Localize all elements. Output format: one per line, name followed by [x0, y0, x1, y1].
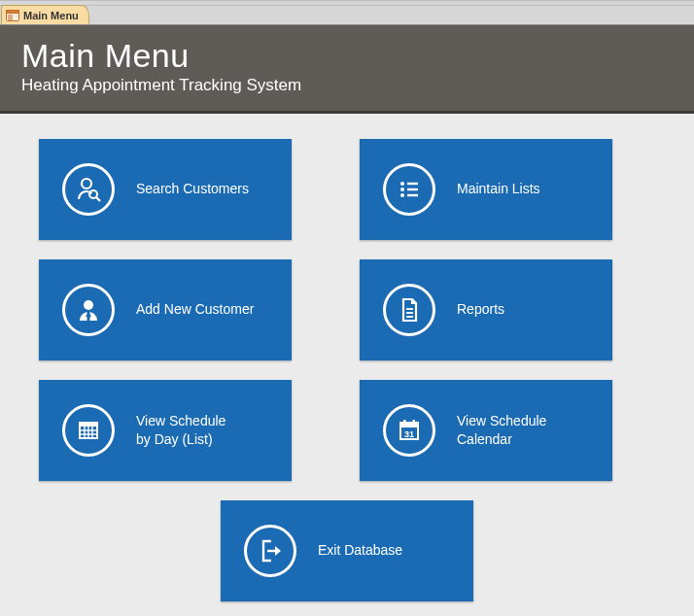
svg-rect-1 — [7, 10, 19, 13]
svg-rect-21 — [80, 423, 97, 427]
svg-rect-28 — [400, 423, 418, 428]
svg-point-9 — [400, 188, 404, 191]
content: Search Customers Maintain Lists — [0, 114, 694, 616]
search-person-icon — [62, 163, 115, 216]
tile-reports[interactable]: Reports — [360, 259, 612, 360]
svg-point-14 — [84, 300, 93, 310]
tile-label: View Schedule by Day (List) — [136, 412, 226, 449]
calendar-grid-icon — [62, 404, 115, 457]
svg-point-10 — [400, 193, 404, 197]
document-icon — [383, 284, 435, 336]
page-title: Main Menu — [21, 39, 673, 74]
svg-rect-29 — [403, 420, 406, 425]
tab-bar: Main Menu — [0, 6, 694, 25]
tab-label: Main Menu — [23, 10, 79, 21]
svg-point-6 — [89, 190, 97, 198]
header: Main Menu Heating Appointment Tracking S… — [0, 25, 694, 114]
svg-line-7 — [96, 197, 100, 201]
tile-label: Reports — [457, 300, 504, 319]
svg-marker-33 — [275, 546, 281, 556]
list-icon — [383, 163, 435, 216]
tile-add-new-customer[interactable]: Add New Customer — [39, 259, 292, 360]
tile-label: Add New Customer — [136, 300, 254, 319]
svg-point-5 — [82, 179, 91, 188]
calendar-date-icon: 31 — [383, 404, 435, 457]
tile-view-schedule-calendar[interactable]: 31 View Schedule Calendar — [360, 380, 612, 481]
tile-view-schedule-list[interactable]: View Schedule by Day (List) — [39, 380, 292, 481]
tile-label: Maintain Lists — [457, 180, 540, 198]
tile-maintain-lists[interactable]: Maintain Lists — [360, 139, 612, 240]
tab-main-menu[interactable]: Main Menu — [1, 5, 89, 24]
form-icon — [6, 9, 19, 22]
svg-text:31: 31 — [404, 428, 414, 438]
svg-rect-30 — [413, 420, 416, 425]
tile-label: View Schedule Calendar — [457, 412, 546, 449]
page-subtitle: Heating Appointment Tracking System — [21, 76, 673, 95]
tile-exit-database[interactable]: Exit Database — [221, 500, 473, 601]
tile-label: Search Customers — [136, 180, 249, 198]
tile-search-customers[interactable]: Search Customers — [39, 139, 292, 240]
person-icon — [62, 284, 115, 336]
exit-row: Exit Database — [39, 500, 655, 601]
tile-label: Exit Database — [318, 541, 402, 560]
svg-point-8 — [400, 182, 404, 186]
tile-grid: Search Customers Maintain Lists — [39, 139, 655, 481]
exit-icon — [244, 525, 296, 577]
